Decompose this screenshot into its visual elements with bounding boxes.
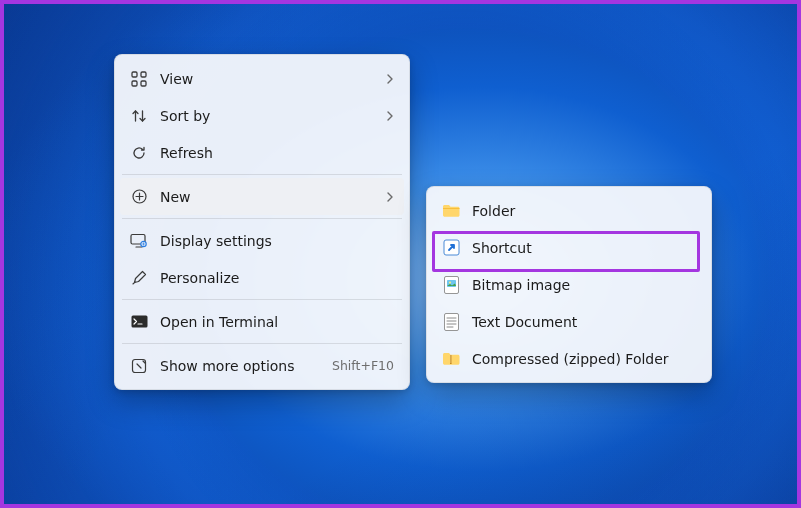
svg-point-12 bbox=[449, 281, 451, 283]
menu-item-view[interactable]: View bbox=[120, 60, 404, 97]
submenu-item-compressed-folder[interactable]: Compressed (zipped) Folder bbox=[432, 340, 706, 377]
sort-icon bbox=[130, 107, 148, 125]
menu-item-label: Refresh bbox=[160, 145, 394, 161]
menu-item-label: Folder bbox=[472, 203, 696, 219]
menu-item-label: Bitmap image bbox=[472, 277, 696, 293]
folder-icon bbox=[442, 202, 460, 220]
submenu-item-text-document[interactable]: Text Document bbox=[432, 303, 706, 340]
chevron-right-icon bbox=[380, 110, 394, 122]
svg-rect-0 bbox=[132, 72, 137, 77]
menu-item-label: Personalize bbox=[160, 270, 394, 286]
svg-rect-3 bbox=[141, 81, 146, 86]
image-file-icon bbox=[442, 276, 460, 294]
menu-item-display-settings[interactable]: Display settings bbox=[120, 222, 404, 259]
menu-item-personalize[interactable]: Personalize bbox=[120, 259, 404, 296]
shortcut-icon bbox=[442, 239, 460, 257]
svg-rect-1 bbox=[141, 72, 146, 77]
zip-folder-icon bbox=[442, 350, 460, 368]
menu-item-sort-by[interactable]: Sort by bbox=[120, 97, 404, 134]
menu-item-new[interactable]: New bbox=[120, 178, 404, 215]
display-settings-icon bbox=[130, 232, 148, 250]
new-submenu: Folder Shortcut Bitmap image bbox=[426, 186, 712, 383]
separator bbox=[122, 299, 402, 300]
menu-item-show-more-options[interactable]: Show more options Shift+F10 bbox=[120, 347, 404, 384]
menu-item-label: Text Document bbox=[472, 314, 696, 330]
svg-rect-14 bbox=[450, 355, 452, 364]
submenu-item-folder[interactable]: Folder bbox=[432, 192, 706, 229]
plus-circle-icon bbox=[130, 188, 148, 206]
separator bbox=[122, 343, 402, 344]
more-options-icon bbox=[130, 357, 148, 375]
menu-item-label: Show more options bbox=[160, 358, 312, 374]
chevron-right-icon bbox=[380, 191, 394, 203]
chevron-right-icon bbox=[380, 73, 394, 85]
svg-rect-7 bbox=[131, 315, 147, 327]
separator bbox=[122, 218, 402, 219]
menu-item-label: View bbox=[160, 71, 368, 87]
menu-item-label: New bbox=[160, 189, 368, 205]
submenu-item-bitmap-image[interactable]: Bitmap image bbox=[432, 266, 706, 303]
desktop-context-menu: View Sort by Refresh bbox=[114, 54, 410, 390]
submenu-item-shortcut[interactable]: Shortcut bbox=[432, 229, 706, 266]
separator bbox=[122, 174, 402, 175]
grid-icon bbox=[130, 70, 148, 88]
paintbrush-icon bbox=[130, 269, 148, 287]
refresh-icon bbox=[130, 144, 148, 162]
terminal-icon bbox=[130, 313, 148, 331]
menu-item-label: Compressed (zipped) Folder bbox=[472, 351, 696, 367]
menu-item-label: Display settings bbox=[160, 233, 394, 249]
svg-rect-13 bbox=[444, 313, 458, 330]
menu-item-refresh[interactable]: Refresh bbox=[120, 134, 404, 171]
menu-item-label: Shortcut bbox=[472, 240, 696, 256]
menu-item-label: Sort by bbox=[160, 108, 368, 124]
menu-item-open-terminal[interactable]: Open in Terminal bbox=[120, 303, 404, 340]
text-file-icon bbox=[442, 313, 460, 331]
keyboard-shortcut: Shift+F10 bbox=[332, 358, 394, 373]
menu-item-label: Open in Terminal bbox=[160, 314, 394, 330]
svg-rect-2 bbox=[132, 81, 137, 86]
